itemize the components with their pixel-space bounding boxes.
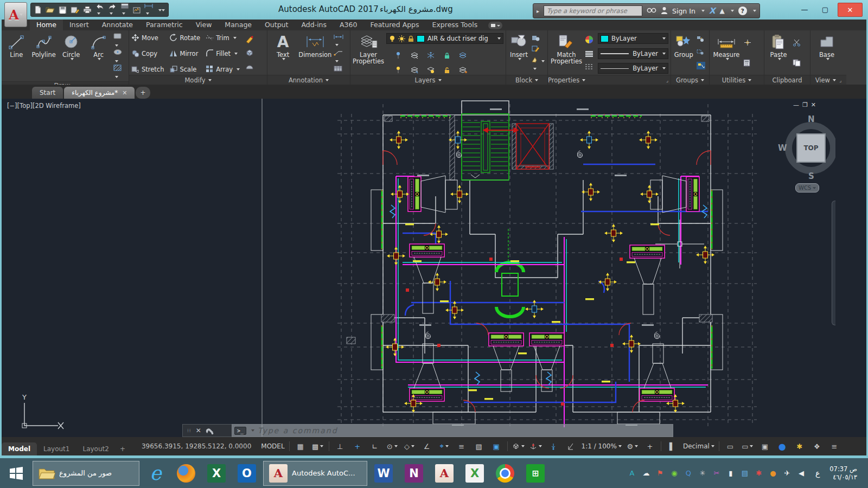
selection-cycling-toggle[interactable]: ▣: [488, 440, 505, 452]
tray-card-icon[interactable]: ▤: [741, 469, 749, 477]
layer-prev-icon[interactable]: [410, 66, 419, 74]
layer-unlock-icon[interactable]: [443, 66, 451, 74]
navigation-bar[interactable]: [832, 201, 835, 325]
tab-output[interactable]: Output: [258, 20, 295, 30]
hatch-icon[interactable]: [113, 65, 126, 80]
match-properties-button[interactable]: Match Properties: [550, 32, 583, 75]
stretch-button[interactable]: Stretch: [131, 65, 164, 74]
new-drawing-tab-button[interactable]: +: [136, 87, 150, 99]
object-snap-toggle[interactable]: ⌖: [436, 440, 452, 452]
layer-on-icon[interactable]: [394, 66, 403, 74]
layer-properties-button[interactable]: Layer Properties: [353, 32, 384, 75]
new-file-icon[interactable]: [34, 5, 42, 14]
group-selection-icon[interactable]: [697, 62, 707, 71]
groups-panel-label[interactable]: Groups: [671, 75, 709, 85]
new-layout-button[interactable]: +: [116, 442, 130, 455]
sheet-set-icon[interactable]: [133, 7, 141, 14]
viewcube-top-face[interactable]: TOP: [796, 133, 826, 163]
properties-dialog-launcher[interactable]: ⌟: [666, 78, 668, 83]
autocad-window-button[interactable]: A Autodesk AutoC...: [263, 461, 367, 486]
viewcube[interactable]: N W E S TOP: [780, 117, 835, 179]
open-file-icon[interactable]: [46, 6, 55, 14]
tray-cloud-icon[interactable]: ☁: [642, 469, 650, 477]
annotation-panel-label[interactable]: Annotation: [267, 75, 350, 85]
annotation-scale-button[interactable]: 1:1 / 100%: [580, 440, 623, 452]
file-tab-close-icon[interactable]: ✕: [122, 89, 127, 97]
ortho-toggle[interactable]: ∟: [367, 440, 383, 452]
file-tab-document[interactable]: مشروع الكهرباء*✕: [64, 87, 135, 99]
layers-panel-label[interactable]: Layers: [350, 75, 506, 85]
search-icon[interactable]: [647, 7, 656, 16]
command-line[interactable]: ⁞⁞ ✕ >_ Type a command: [182, 424, 673, 437]
connect-icon[interactable]: [488, 22, 502, 29]
taskbar-store[interactable]: ⊞: [521, 461, 550, 486]
layer-thaw-icon[interactable]: [426, 66, 435, 74]
layer-walk-icon[interactable]: [459, 66, 468, 74]
tab-a360[interactable]: A360: [333, 20, 363, 30]
annotation-visibility-button[interactable]: +: [642, 440, 658, 452]
linetype-dropdown[interactable]: ByLayer: [598, 63, 668, 74]
layout2-tab[interactable]: Layout2: [76, 442, 115, 455]
dim-linear-icon[interactable]: [334, 34, 348, 49]
tray-utorrent-icon[interactable]: ◉: [670, 469, 679, 477]
rotate-button[interactable]: Rotate: [169, 33, 200, 42]
tab-express-tools[interactable]: Express Tools: [426, 20, 484, 30]
units-button[interactable]: Decimal: [681, 440, 716, 452]
create-block-icon[interactable]: [532, 35, 545, 43]
quick-calc-icon[interactable]: [743, 59, 755, 68]
circle-button[interactable]: Circle: [59, 32, 84, 81]
command-close-icon[interactable]: ✕: [196, 427, 201, 434]
model-tab[interactable]: Model: [2, 442, 37, 455]
taskbar-excel[interactable]: X: [202, 461, 231, 486]
viewport-window-buttons[interactable]: —❐✕: [793, 101, 819, 108]
layer-match-icon[interactable]: [459, 52, 468, 59]
tray-volume-icon[interactable]: ◀: [797, 469, 806, 477]
close-button[interactable]: ✕: [838, 3, 863, 17]
infer-constraints-toggle[interactable]: ⊥: [332, 440, 348, 452]
start-button[interactable]: [2, 461, 30, 486]
rectangle-icon[interactable]: [113, 33, 126, 49]
status-customize-button[interactable]: ≡: [826, 440, 843, 452]
snap-toggle[interactable]: ▩: [310, 440, 326, 452]
sign-in-button[interactable]: Sign In: [672, 7, 695, 15]
lineweight-toggle[interactable]: ≡: [454, 440, 470, 452]
tab-annotate[interactable]: Annotate: [95, 20, 139, 30]
isolate-objects-button[interactable]: ✱: [792, 440, 808, 452]
customize-wrench-icon[interactable]: [206, 427, 214, 435]
insert-button[interactable]: Insert: [508, 32, 529, 75]
viewcube-west[interactable]: W: [778, 143, 787, 153]
hardware-acceleration-icon[interactable]: ●: [774, 440, 790, 452]
tray-autodesk-icon[interactable]: A: [628, 469, 636, 477]
edit-attribute-icon[interactable]: [532, 46, 545, 54]
object-snap-tracking-toggle[interactable]: ∠: [419, 440, 435, 452]
layout1-tab[interactable]: Layout1: [37, 442, 76, 455]
edit-hatch-icon[interactable]: [245, 62, 254, 72]
arc-button[interactable]: Arc: [86, 32, 111, 81]
isodraft-toggle[interactable]: ◇: [401, 440, 418, 452]
move-button[interactable]: Move: [131, 33, 164, 42]
plot-icon[interactable]: [83, 6, 92, 14]
taskbar-chrome[interactable]: [491, 461, 519, 486]
clean-screen-button[interactable]: ❖: [809, 440, 825, 452]
taskbar-xmind[interactable]: X: [461, 461, 489, 486]
tab-add-ins[interactable]: Add-ins: [295, 20, 333, 30]
application-menu-button[interactable]: A: [4, 2, 27, 27]
taskbar-autocad-shortcut[interactable]: A: [430, 461, 458, 486]
a360-icon[interactable]: ▲: [719, 7, 724, 15]
view-dialog-launcher[interactable]: ⌟: [839, 78, 841, 83]
polar-tracking-toggle[interactable]: ⊙: [384, 440, 400, 452]
exchange-apps-icon[interactable]: X: [709, 6, 716, 16]
trim-button[interactable]: Trim: [206, 33, 240, 42]
monitor-button[interactable]: ▭: [739, 440, 756, 452]
command-line-grip[interactable]: ⁞⁞ ✕: [182, 424, 232, 437]
annotation-scale-flyout[interactable]: [563, 440, 579, 452]
wcs-menu[interactable]: WCS: [795, 183, 819, 192]
view-panel-label[interactable]: View⌟: [810, 75, 846, 85]
group-edit-icon[interactable]: [697, 49, 707, 57]
annotation-vis-icon[interactable]: ▌: [664, 440, 680, 452]
mirror-button[interactable]: Mirror: [169, 49, 200, 58]
group-button[interactable]: Group: [673, 32, 694, 75]
erase-brush-icon[interactable]: [245, 35, 254, 44]
copy-button[interactable]: Copy: [131, 49, 164, 58]
layer-dropdown[interactable]: AIR & duct riser dig: [386, 33, 503, 44]
